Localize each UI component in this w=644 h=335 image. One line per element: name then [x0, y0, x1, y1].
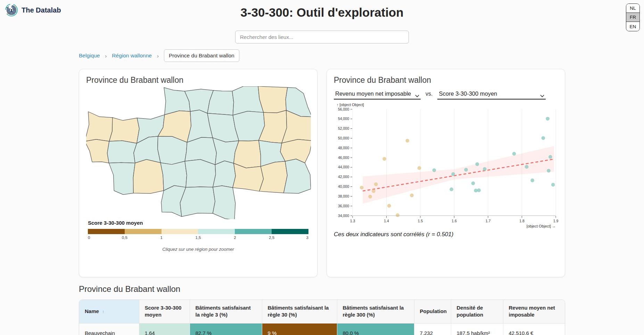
x-variable-select[interactable]: Revenu moyen net imposable [334, 89, 421, 99]
map-region[interactable] [258, 86, 288, 113]
breadcrumb-link-region-wallonne[interactable]: Région wallonne [112, 53, 152, 59]
map-card: Province du Brabant wallon Score 3-30-30… [79, 69, 317, 277]
table-row[interactable]: Beauvechain 1.64 82.7 % 9 % 80.0 % 7,232… [79, 323, 565, 335]
scatter-point[interactable] [382, 157, 386, 161]
breadcrumb-separator: › [157, 53, 159, 59]
scatter-point[interactable] [471, 181, 475, 185]
svg-text:[object Object] →: [object Object] → [527, 224, 556, 228]
map-legend: Score 3-30-300 moyen 00,511,522,53 [86, 220, 310, 241]
scatter-point[interactable] [418, 166, 421, 170]
table-section: Province du Brabant wallon Name↑ Score 3… [79, 284, 565, 335]
map-region[interactable] [213, 186, 236, 219]
scatter-point[interactable] [410, 193, 414, 197]
scatter-point[interactable] [475, 162, 479, 166]
scatter-point[interactable] [368, 195, 372, 199]
scatter-point[interactable] [483, 167, 487, 171]
map-card-title: Province du Brabant wallon [86, 75, 310, 85]
column-header-rule300[interactable]: Bâtiments satisfaisant la règle 300 (%) [337, 300, 414, 323]
column-header-density[interactable]: Densité de population [451, 300, 503, 323]
cards-row: Province du Brabant wallon Score 3-30-30… [79, 69, 565, 277]
scatter-point[interactable] [477, 189, 481, 192]
map-region[interactable] [213, 161, 236, 188]
scatter-point[interactable] [525, 165, 529, 169]
svg-text:34,000: 34,000 [338, 214, 349, 218]
svg-text:54,000: 54,000 [338, 117, 349, 121]
column-header-rule30[interactable]: Bâtiments satisfaisant la règle 30 (%) [262, 300, 337, 323]
map-region[interactable] [180, 187, 215, 216]
y-variable-select[interactable]: Score 3-30-300 moyen [437, 89, 546, 99]
svg-text:42,000: 42,000 [338, 175, 349, 179]
map-region[interactable] [109, 162, 135, 194]
cell-income: 42,510.6 € [503, 323, 565, 335]
language-switcher: NL FR EN [626, 3, 640, 31]
scatter-point[interactable] [451, 172, 455, 176]
vs-label: vs. [426, 91, 432, 99]
scatter-point[interactable] [546, 117, 550, 121]
map-region[interactable] [233, 111, 264, 141]
svg-text:1.7: 1.7 [486, 219, 491, 223]
scatter-point[interactable] [396, 213, 399, 217]
scatter-plot[interactable]: 34,00036,00038,00040,00042,00044,00046,0… [334, 100, 560, 230]
svg-text:1.8: 1.8 [519, 219, 525, 223]
sort-ascending-icon: ↑ [102, 309, 105, 314]
map-region[interactable] [234, 140, 261, 168]
scatter-point[interactable] [548, 155, 552, 159]
scatter-point[interactable] [449, 188, 453, 191]
scatter-point[interactable] [542, 136, 545, 140]
map-region[interactable] [133, 159, 164, 193]
column-header-name[interactable]: Name↑ [79, 300, 139, 323]
svg-text:36,000: 36,000 [338, 204, 349, 208]
variable-controls: Revenu moyen net imposable vs. Score 3-3… [334, 89, 558, 99]
column-header-rule3[interactable]: Bâtiments satisfaisant la règle 3 (%) [190, 300, 262, 323]
column-header-score[interactable]: Score 3-30-300 moyen [139, 300, 190, 323]
scatter-point[interactable] [406, 139, 410, 143]
cell-rule3: 82.7 % [190, 323, 262, 335]
map-region[interactable] [259, 161, 288, 193]
legend-segment [198, 229, 235, 234]
choropleth-map[interactable] [86, 86, 311, 219]
svg-text:1.5: 1.5 [418, 219, 423, 223]
lang-button-fr[interactable]: FR [626, 13, 639, 22]
correlation-text: Ces deux indicateurs sont corrélés (r = … [334, 231, 558, 238]
lang-button-nl[interactable]: NL [626, 4, 639, 13]
svg-text:1.4: 1.4 [384, 219, 389, 223]
breadcrumb-link-belgique[interactable]: Belgique [79, 53, 100, 59]
scatter-card-title: Province du Brabant wallon [334, 75, 558, 85]
map-region[interactable] [107, 141, 137, 163]
legend-segment [125, 229, 162, 234]
scatter-point[interactable] [530, 178, 534, 182]
breadcrumb-separator: › [105, 53, 107, 59]
map-region[interactable] [284, 159, 311, 193]
column-header-income[interactable]: Revenu moyen net imposable [503, 300, 565, 323]
scatter-point[interactable] [432, 168, 436, 172]
column-header-population[interactable]: Population [414, 300, 451, 323]
scatter-point[interactable] [387, 204, 391, 208]
scatter-point[interactable] [512, 152, 516, 156]
page-title: 3-30-300: Outil d'exploration [0, 0, 644, 19]
svg-text:52,000: 52,000 [338, 126, 349, 130]
cell-name: Beauvechain [79, 323, 139, 335]
brand[interactable]: The Datalab [5, 3, 61, 17]
scatter-card: Province du Brabant wallon Revenu moyen … [327, 69, 565, 277]
map-region[interactable] [86, 112, 113, 141]
scatter-point[interactable] [464, 168, 468, 172]
svg-text:48,000: 48,000 [338, 146, 349, 150]
data-table: Name↑ Score 3-30-300 moyen Bâtiments sat… [79, 300, 565, 335]
scatter-point[interactable] [360, 186, 364, 190]
map-region[interactable] [86, 139, 109, 163]
scatter-point[interactable] [547, 169, 551, 173]
legend-segment [162, 229, 198, 234]
lang-button-en[interactable]: EN [626, 22, 639, 31]
cell-density: 187.5 hab/km² [451, 323, 503, 335]
map-region[interactable] [185, 159, 216, 187]
map-region[interactable] [109, 118, 139, 143]
map-region[interactable] [158, 136, 187, 165]
search-input[interactable] [235, 31, 409, 43]
svg-text:46,000: 46,000 [338, 155, 349, 160]
map-caption: Cliquez sur une région pour zoomer [86, 247, 310, 252]
scatter-point[interactable] [374, 182, 378, 186]
scatter-point[interactable] [372, 189, 375, 193]
svg-text:44,000: 44,000 [338, 165, 349, 169]
scatter-point[interactable] [551, 183, 555, 187]
table-section-title: Province du Brabant wallon [79, 284, 565, 294]
